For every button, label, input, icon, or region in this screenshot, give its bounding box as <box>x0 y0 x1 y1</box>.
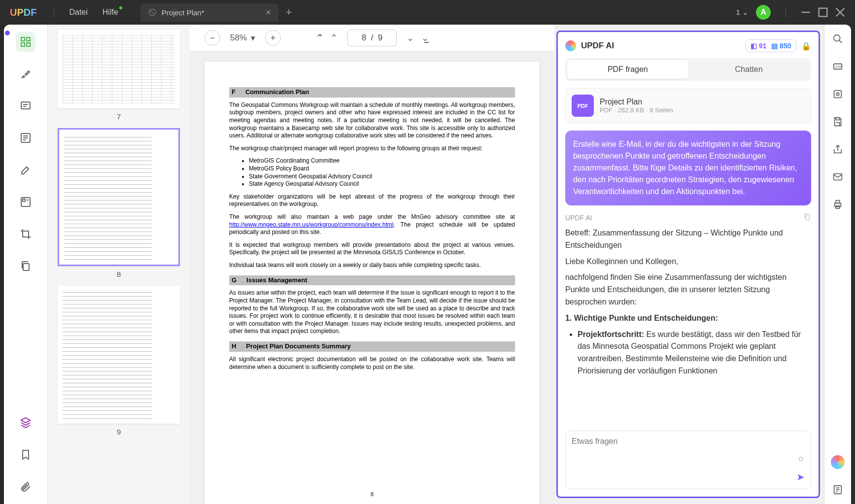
ai-response-label: UPDF AI <box>565 213 812 222</box>
zoom-level[interactable]: 58%▾ <box>230 33 255 43</box>
prev-page-icon[interactable]: ⌃ <box>330 33 338 43</box>
thumbnail-page-8[interactable] <box>58 128 180 266</box>
attachment-icon[interactable] <box>16 477 35 497</box>
tab-title: Project Plan* <box>162 8 261 17</box>
paragraph: The workgroup will also maintain a web p… <box>229 213 515 236</box>
menu-file[interactable]: Datei <box>69 8 87 17</box>
ai-tabs: PDF fragen Chatten <box>565 58 812 81</box>
bullet-list: MetroGIS Coordinating Committee MetroGIS… <box>249 157 515 188</box>
ai-response: Betreff: Zusammenfassung der Sitzung – W… <box>565 227 812 377</box>
tab-close-icon[interactable]: × <box>266 7 271 18</box>
thumbnail-label: 7 <box>58 112 180 121</box>
document-viewport[interactable]: FCommunication Plan The Geospatial Commo… <box>190 52 554 504</box>
mail-icon[interactable] <box>831 170 845 184</box>
copy-icon[interactable] <box>803 213 811 222</box>
last-page-icon[interactable]: ⌄̲ <box>421 33 429 43</box>
svg-rect-8 <box>27 43 30 46</box>
app-logo: UPDF <box>10 7 36 18</box>
svg-point-26 <box>836 93 839 96</box>
file-card: PDF Project Plan PDF · 262.9 KB · 9 Seit… <box>565 88 812 123</box>
svg-rect-19 <box>23 264 29 270</box>
screenshot-icon[interactable] <box>831 87 845 101</box>
page-indicator-icon <box>4 30 11 36</box>
svg-line-22 <box>839 40 842 43</box>
section-header: FCommunication Plan <box>229 87 515 98</box>
file-name: Project Plan <box>600 98 673 106</box>
divider <box>786 7 786 17</box>
tab-ask-pdf[interactable]: PDF fragen <box>567 60 688 79</box>
form-icon[interactable] <box>16 192 35 212</box>
ai-logo-icon <box>565 40 576 51</box>
file-meta: PDF · 262.9 KB · 9 Seiten <box>600 106 673 114</box>
suggestions-icon[interactable]: ☼ <box>797 453 805 464</box>
thumbnails-icon[interactable] <box>16 32 35 52</box>
sidebar-right: OCR <box>824 25 851 504</box>
sidebar-left <box>4 25 48 504</box>
next-page-icon[interactable]: ⌄ <box>407 33 414 43</box>
search-icon[interactable] <box>831 32 845 46</box>
svg-rect-9 <box>21 102 30 109</box>
page-input[interactable]: 8 / 9 <box>347 30 397 46</box>
save-icon[interactable] <box>831 115 845 129</box>
svg-text:OCR: OCR <box>835 65 843 68</box>
highlight-icon[interactable] <box>16 64 35 84</box>
close-icon[interactable] <box>835 7 845 17</box>
document-page: FCommunication Plan The Geospatial Commo… <box>205 62 540 504</box>
svg-rect-25 <box>834 91 842 98</box>
thumbnail-label: 9 <box>58 428 180 436</box>
svg-rect-6 <box>27 37 30 41</box>
paragraph: Key stakeholder organizations will be ke… <box>229 193 515 208</box>
maximize-icon[interactable] <box>818 7 828 17</box>
toolbar: − 58%▾ + ⌃̄ ⌃ 8 / 9 ⌄ ⌄̲ <box>190 25 554 52</box>
window-count[interactable]: 1 ⌄ <box>736 8 749 17</box>
ai-credits[interactable]: ◧ 91 ▤ 850 <box>745 39 797 52</box>
ai-input[interactable]: ☼ ➤ <box>565 431 812 489</box>
svg-rect-2 <box>819 8 827 17</box>
thumbnail-page-9[interactable] <box>58 286 180 424</box>
pdf-icon: PDF <box>572 95 594 117</box>
thumbnails-panel[interactable]: 7 8 9 <box>48 25 190 504</box>
tab-add-icon[interactable]: + <box>286 6 292 19</box>
document-tab[interactable]: Project Plan* × <box>140 3 278 22</box>
thumbnail-label: 8 <box>58 270 180 278</box>
comment-icon[interactable] <box>16 96 35 116</box>
divider <box>54 7 54 17</box>
notes-icon[interactable] <box>831 483 845 497</box>
user-avatar[interactable]: A <box>756 5 771 20</box>
svg-rect-7 <box>21 43 25 46</box>
svg-rect-5 <box>21 37 25 41</box>
paragraph: It is expected that workgroup members wi… <box>229 241 515 257</box>
zoom-out-button[interactable]: − <box>205 30 220 46</box>
ai-title: UPDF AI <box>581 41 614 51</box>
svg-rect-29 <box>836 201 840 203</box>
zoom-in-button[interactable]: + <box>265 30 281 46</box>
print-icon[interactable] <box>831 198 845 211</box>
minimize-icon[interactable] <box>801 7 811 17</box>
menu-help[interactable]: Hilfe <box>103 8 118 17</box>
section-header: HProject Plan Documents Summary <box>229 341 515 352</box>
layers-icon[interactable] <box>16 413 35 433</box>
ai-corner-icon[interactable] <box>831 455 845 469</box>
paragraph: The Geospatial Commons Workgroup will ma… <box>229 101 515 140</box>
tab-chat[interactable]: Chatten <box>688 60 810 79</box>
crop-icon[interactable] <box>16 224 35 244</box>
lock-icon[interactable]: 🔒 <box>801 41 811 51</box>
svg-point-21 <box>834 35 840 41</box>
bookmark-icon[interactable] <box>16 445 35 465</box>
ai-textarea[interactable] <box>572 437 805 446</box>
ocr-icon[interactable]: OCR <box>831 60 845 73</box>
share-icon[interactable] <box>831 142 845 156</box>
paragraph: The workgroup chair/project manager will… <box>229 145 515 153</box>
copy-icon[interactable] <box>16 256 35 276</box>
text-icon[interactable] <box>16 128 35 148</box>
ai-messages[interactable]: Erstelle eine E-Mail, in der du die wich… <box>565 131 812 426</box>
link[interactable]: http://www.mngeo.state.mn.us/workgroup/c… <box>229 221 393 228</box>
section-header: GIssues Management <box>229 275 515 286</box>
send-icon[interactable]: ➤ <box>796 471 805 482</box>
paragraph: All significant electronic project docum… <box>229 356 515 371</box>
first-page-icon[interactable]: ⌃̄ <box>315 33 323 43</box>
page-number: 8 <box>371 491 374 498</box>
edit-icon[interactable] <box>16 160 35 180</box>
user-message: Erstelle eine E-Mail, in der du die wich… <box>565 131 812 205</box>
thumbnail-page-7[interactable] <box>58 30 180 108</box>
